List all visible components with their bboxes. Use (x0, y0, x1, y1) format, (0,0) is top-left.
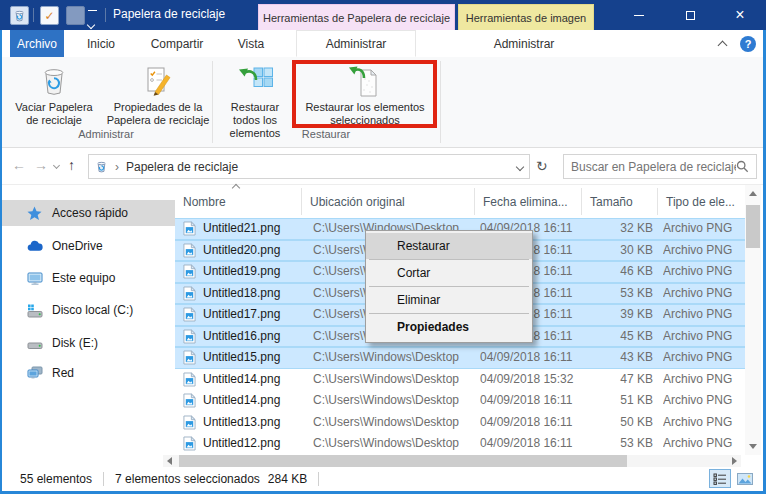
tab-administrar-imagen[interactable]: Administrar (460, 30, 588, 57)
help-button[interactable]: ? (740, 36, 756, 52)
empty-recycle-bin-icon (38, 61, 70, 101)
contextual-tab-image-tools[interactable]: Herramientas de imagen (458, 4, 594, 30)
context-menu-item[interactable]: Cortar (366, 260, 532, 286)
details-view-button[interactable] (709, 469, 731, 488)
scroll-up-icon[interactable] (749, 191, 757, 196)
file-name: Untitled14.png (203, 390, 309, 412)
address-dropdown-icon[interactable] (516, 162, 524, 170)
maximize-button[interactable] (673, 0, 707, 30)
sidebar-item-disk-e[interactable]: Disk (E:) (0, 330, 175, 356)
close-button[interactable]: × (723, 0, 757, 30)
tab-archivo[interactable]: Archivo (10, 30, 64, 57)
refresh-button[interactable]: ↻ (536, 158, 548, 174)
sidebar-item-this-pc[interactable]: Este equipo (0, 265, 175, 291)
file-name: Untitled17.png (203, 304, 309, 326)
address-bar[interactable]: › Papelera de reciclaje (88, 154, 530, 179)
empty-recycle-bin-button[interactable]: Vaciar Papelera de reciclaje (8, 61, 100, 127)
scroll-down-icon[interactable] (749, 444, 757, 449)
column-header-ubicacion[interactable]: Ubicación original (302, 188, 475, 215)
png-file-icon (183, 393, 196, 408)
table-row[interactable]: Untitled14.png C:\Users\Windows\Desktop … (175, 390, 745, 412)
context-menu-item[interactable]: Propiedades (366, 314, 532, 340)
file-size: 47 KB (565, 369, 653, 391)
tab-administrar-papelera[interactable]: Administrar (296, 30, 416, 57)
file-name: Untitled18.png (203, 283, 309, 305)
recent-locations-icon[interactable] (53, 162, 60, 169)
horizontal-scrollbar-thumb[interactable] (179, 455, 627, 467)
file-name: Untitled21.png (203, 218, 309, 240)
group-label-restaurar: Restaurar (212, 128, 440, 140)
file-size: 32 KB (565, 218, 653, 240)
table-row[interactable]: Untitled12.png C:\Users\Windows\Desktop … (175, 433, 745, 455)
tab-vista[interactable]: Vista (224, 30, 278, 57)
breadcrumb[interactable]: Papelera de reciclaje (126, 160, 238, 174)
png-file-icon (183, 372, 196, 387)
qat-disabled-icon (66, 6, 85, 25)
recycle-bin-icon[interactable] (10, 6, 29, 25)
tab-compartir[interactable]: Compartir (134, 30, 220, 57)
file-type: Archivo PNG (663, 218, 743, 240)
table-row[interactable]: Untitled14.png C:\Users\Windows\Desktop … (175, 369, 745, 391)
png-file-icon (183, 350, 196, 365)
qat-customize-icon[interactable] (88, 10, 97, 32)
quick-access-star-icon (26, 205, 43, 221)
explorer-window: ✓ Papelera de reciclaje Herramientas de … (0, 0, 766, 494)
file-size: 53 KB (565, 283, 653, 305)
contextual-tab-recycle-tools[interactable]: Herramientas de Papelera de reciclaje (258, 4, 455, 30)
vertical-scrollbar-thumb[interactable] (746, 205, 760, 248)
search-input[interactable] (571, 160, 736, 174)
minimize-icon (634, 15, 644, 16)
file-size: 39 KB (565, 304, 653, 326)
sidebar-item-onedrive[interactable]: OneDrive (0, 233, 175, 259)
file-name: Untitled16.png (203, 326, 309, 348)
window-title: Papelera de reciclaje (113, 7, 225, 21)
png-file-icon (183, 307, 196, 322)
sidebar-item-network[interactable]: Red (0, 360, 175, 386)
file-type: Archivo PNG (663, 240, 743, 262)
sidebar-item-label: Red (52, 366, 74, 380)
onedrive-cloud-icon (26, 238, 43, 254)
minimize-button[interactable] (622, 0, 656, 30)
file-type: Archivo PNG (663, 412, 743, 434)
search-box[interactable] (563, 154, 757, 179)
collapse-ribbon-icon[interactable] (718, 41, 728, 51)
recycle-bin-properties-button[interactable]: Propiedades de la Papelera de reciclaje (102, 61, 214, 127)
up-button[interactable]: ↑ (68, 157, 75, 173)
file-type: Archivo PNG (663, 347, 743, 369)
status-separator (103, 472, 104, 486)
ribbon-tab-row: Archivo Inicio Compartir Vista Administr… (0, 30, 766, 57)
qat-properties-icon[interactable]: ✓ (40, 6, 59, 25)
file-name: Untitled12.png (203, 433, 309, 455)
file-location: C:\Users\Windows\Desktop (313, 433, 473, 455)
column-header-tipo[interactable]: Tipo de ele... (658, 188, 745, 215)
table-row[interactable]: Untitled15.png C:\Users\Windows\Desktop … (175, 347, 745, 369)
column-header-nombre[interactable]: Nombre (175, 188, 302, 215)
png-file-icon (183, 264, 196, 279)
sidebar-item-local-disk-c[interactable]: Disco local (C:) (0, 297, 175, 323)
context-menu-item[interactable]: Restaurar (366, 233, 532, 259)
column-header-fecha[interactable]: Fecha elimina... (475, 188, 582, 215)
scroll-left-icon[interactable] (167, 457, 172, 465)
window-border (0, 30, 2, 494)
vertical-scrollbar[interactable] (745, 185, 761, 455)
status-separator (318, 472, 319, 486)
column-header-tamano[interactable]: Tamaño (582, 188, 658, 215)
sidebar-item-quick-access[interactable]: Acceso rápido (0, 200, 175, 226)
forward-button[interactable]: → (34, 157, 48, 173)
ribbon-group-separator (440, 61, 441, 143)
tab-inicio[interactable]: Inicio (72, 30, 130, 57)
breadcrumb-separator-icon: › (115, 160, 119, 174)
maximize-icon (686, 11, 695, 20)
drive-icon (26, 335, 43, 351)
back-button[interactable]: ← (12, 157, 26, 173)
horizontal-scrollbar[interactable] (163, 455, 741, 467)
sidebar-item-label: Este equipo (52, 271, 115, 285)
file-type: Archivo PNG (663, 304, 743, 326)
file-type: Archivo PNG (663, 390, 743, 412)
png-file-icon (183, 221, 196, 236)
thumbnails-view-button[interactable] (734, 469, 756, 488)
table-row[interactable]: Untitled13.png C:\Users\Windows\Desktop … (175, 412, 745, 434)
scroll-right-icon[interactable] (732, 457, 737, 465)
context-menu-item[interactable]: Eliminar (366, 287, 532, 313)
search-icon[interactable] (736, 160, 749, 173)
